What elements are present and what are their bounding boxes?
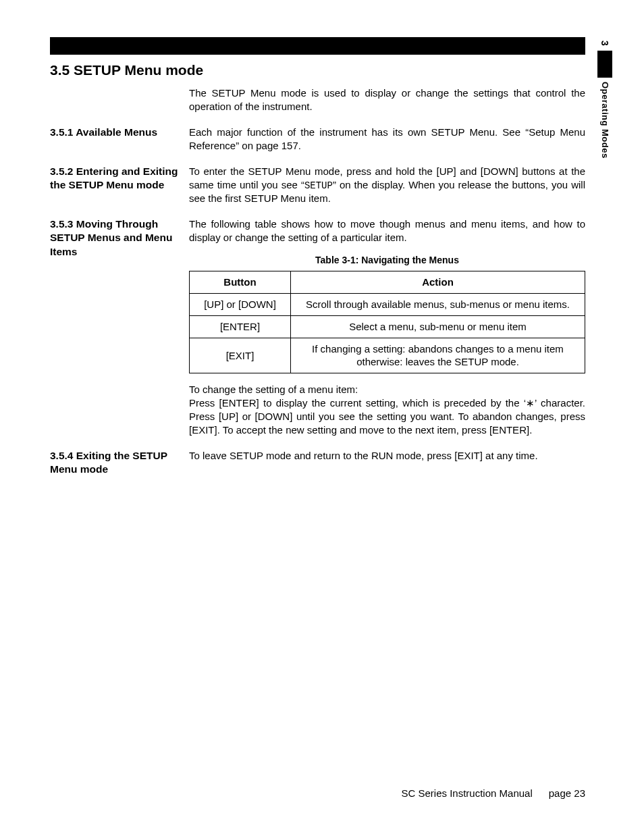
side-tab: 3 Operating Modes	[597, 37, 612, 159]
table-header-button: Button	[190, 271, 291, 293]
footer-manual: SC Series Instruction Manual	[402, 787, 533, 799]
section-title: 3.5 SETUP Menu mode	[50, 62, 585, 78]
heading-3-5-2: 3.5.2 Entering and Exiting the SETUP Men…	[50, 165, 189, 205]
table-row: [EXIT] If changing a setting: abandons c…	[190, 338, 585, 373]
side-tab-marker	[597, 51, 612, 78]
chapter-number: 3	[599, 37, 610, 49]
heading-3-5-3: 3.5.3 Moving Through SETUP Menus and Men…	[50, 217, 189, 437]
nav-table: Button Action [UP] or [DOWN] Scroll thro…	[189, 271, 585, 374]
table-cell-button: [EXIT]	[190, 338, 291, 373]
page-footer: SC Series Instruction Manualpage 23	[50, 787, 585, 799]
table-cell-action: If changing a setting: abandons changes …	[291, 338, 585, 373]
footer-page: page 23	[549, 787, 585, 799]
body-3-5-4: To leave SETUP mode and return to the RU…	[189, 449, 585, 476]
page-content: 3.5 SETUP Menu mode The SETUP Menu mode …	[50, 59, 585, 488]
header-bar	[50, 37, 585, 55]
table-header-row: Button Action	[190, 271, 585, 293]
side-tab-label: Operating Modes	[600, 82, 610, 159]
body-3-5-2-mono: SETUP	[304, 180, 333, 191]
table-cell-action: Select a menu, sub-menu or menu item	[291, 315, 585, 338]
table-row: [ENTER] Select a menu, sub-menu or menu …	[190, 315, 585, 338]
after-table-2: Press [ENTER] to display the current set…	[189, 396, 585, 437]
body-3-5-1: Each major function of the instrument ha…	[189, 126, 585, 153]
table-cell-button: [UP] or [DOWN]	[190, 293, 291, 315]
table-caption: Table 3-1: Navigating the Menus	[189, 254, 585, 267]
section-3-5-4: 3.5.4 Exiting the SETUP Menu mode To lea…	[50, 449, 585, 476]
after-table-1: To change the setting of a menu item:	[189, 383, 585, 396]
section-3-5-1: 3.5.1 Available Menus Each major functio…	[50, 126, 585, 153]
intro-row: The SETUP Menu mode is used to display o…	[50, 86, 585, 113]
section-3-5-3: 3.5.3 Moving Through SETUP Menus and Men…	[50, 217, 585, 437]
heading-3-5-4: 3.5.4 Exiting the SETUP Menu mode	[50, 449, 189, 476]
heading-3-5-1: 3.5.1 Available Menus	[50, 126, 189, 153]
table-cell-action: Scroll through available menus, sub-menu…	[291, 293, 585, 315]
table-cell-button: [ENTER]	[190, 315, 291, 338]
table-row: [UP] or [DOWN] Scroll through available …	[190, 293, 585, 315]
section-3-5-2: 3.5.2 Entering and Exiting the SETUP Men…	[50, 165, 585, 205]
intro-text: The SETUP Menu mode is used to display o…	[189, 86, 585, 113]
body-3-5-2: To enter the SETUP Menu mode, press and …	[189, 165, 585, 205]
body-3-5-3: The following table shows how to move th…	[189, 217, 585, 437]
lead-3-5-3: The following table shows how to move th…	[189, 217, 585, 244]
table-header-action: Action	[291, 271, 585, 293]
